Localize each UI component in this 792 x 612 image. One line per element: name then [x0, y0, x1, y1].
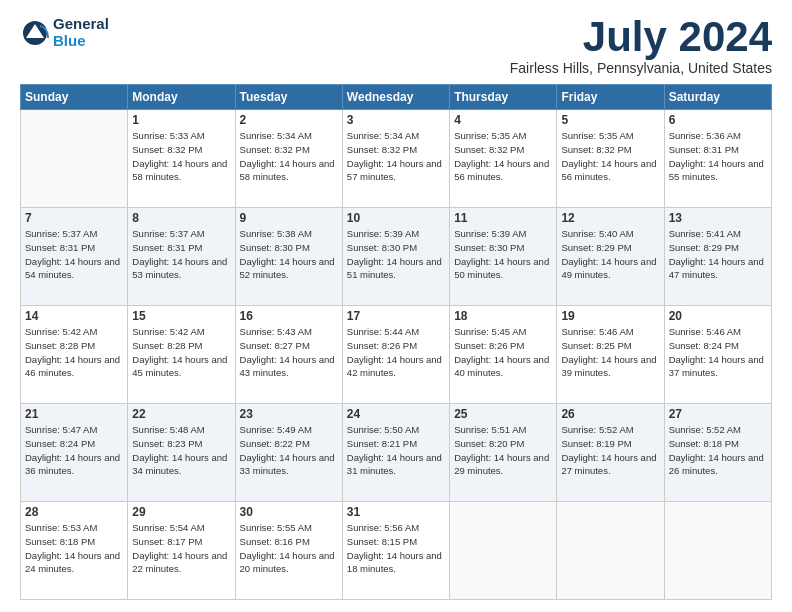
table-row: 2Sunrise: 5:34 AMSunset: 8:32 PMDaylight…	[235, 110, 342, 208]
day-number: 12	[561, 211, 659, 225]
day-info: Sunrise: 5:42 AMSunset: 8:28 PMDaylight:…	[25, 325, 123, 380]
sunset-text: Sunset: 8:28 PM	[25, 340, 95, 351]
sunset-text: Sunset: 8:16 PM	[240, 536, 310, 547]
table-row: 17Sunrise: 5:44 AMSunset: 8:26 PMDayligh…	[342, 306, 449, 404]
sunset-text: Sunset: 8:29 PM	[561, 242, 631, 253]
day-info: Sunrise: 5:56 AMSunset: 8:15 PMDaylight:…	[347, 521, 445, 576]
table-row: 25Sunrise: 5:51 AMSunset: 8:20 PMDayligh…	[450, 404, 557, 502]
sunrise-text: Sunrise: 5:36 AM	[669, 130, 741, 141]
day-info: Sunrise: 5:41 AMSunset: 8:29 PMDaylight:…	[669, 227, 767, 282]
sunrise-text: Sunrise: 5:55 AM	[240, 522, 312, 533]
day-number: 28	[25, 505, 123, 519]
month-title: July 2024	[510, 16, 772, 58]
table-row: 3Sunrise: 5:34 AMSunset: 8:32 PMDaylight…	[342, 110, 449, 208]
sunrise-text: Sunrise: 5:35 AM	[561, 130, 633, 141]
sunrise-text: Sunrise: 5:40 AM	[561, 228, 633, 239]
day-number: 5	[561, 113, 659, 127]
daylight-text: Daylight: 14 hours and 29 minutes.	[454, 452, 549, 477]
sunset-text: Sunset: 8:26 PM	[347, 340, 417, 351]
sunset-text: Sunset: 8:32 PM	[454, 144, 524, 155]
day-info: Sunrise: 5:49 AMSunset: 8:22 PMDaylight:…	[240, 423, 338, 478]
sunrise-text: Sunrise: 5:48 AM	[132, 424, 204, 435]
sunset-text: Sunset: 8:27 PM	[240, 340, 310, 351]
day-number: 2	[240, 113, 338, 127]
sunrise-text: Sunrise: 5:53 AM	[25, 522, 97, 533]
sunset-text: Sunset: 8:23 PM	[132, 438, 202, 449]
day-number: 13	[669, 211, 767, 225]
sunrise-text: Sunrise: 5:45 AM	[454, 326, 526, 337]
sunrise-text: Sunrise: 5:50 AM	[347, 424, 419, 435]
table-row: 21Sunrise: 5:47 AMSunset: 8:24 PMDayligh…	[21, 404, 128, 502]
day-number: 29	[132, 505, 230, 519]
table-row: 1Sunrise: 5:33 AMSunset: 8:32 PMDaylight…	[128, 110, 235, 208]
daylight-text: Daylight: 14 hours and 55 minutes.	[669, 158, 764, 183]
table-row: 14Sunrise: 5:42 AMSunset: 8:28 PMDayligh…	[21, 306, 128, 404]
table-row: 19Sunrise: 5:46 AMSunset: 8:25 PMDayligh…	[557, 306, 664, 404]
daylight-text: Daylight: 14 hours and 18 minutes.	[347, 550, 442, 575]
sunset-text: Sunset: 8:17 PM	[132, 536, 202, 547]
calendar-header-row: Sunday Monday Tuesday Wednesday Thursday…	[21, 85, 772, 110]
sunset-text: Sunset: 8:21 PM	[347, 438, 417, 449]
day-info: Sunrise: 5:48 AMSunset: 8:23 PMDaylight:…	[132, 423, 230, 478]
day-info: Sunrise: 5:43 AMSunset: 8:27 PMDaylight:…	[240, 325, 338, 380]
day-number: 4	[454, 113, 552, 127]
day-info: Sunrise: 5:36 AMSunset: 8:31 PMDaylight:…	[669, 129, 767, 184]
day-number: 17	[347, 309, 445, 323]
day-info: Sunrise: 5:38 AMSunset: 8:30 PMDaylight:…	[240, 227, 338, 282]
sunrise-text: Sunrise: 5:56 AM	[347, 522, 419, 533]
table-row	[557, 502, 664, 600]
table-row: 6Sunrise: 5:36 AMSunset: 8:31 PMDaylight…	[664, 110, 771, 208]
day-number: 24	[347, 407, 445, 421]
daylight-text: Daylight: 14 hours and 34 minutes.	[132, 452, 227, 477]
col-saturday: Saturday	[664, 85, 771, 110]
table-row: 24Sunrise: 5:50 AMSunset: 8:21 PMDayligh…	[342, 404, 449, 502]
table-row: 8Sunrise: 5:37 AMSunset: 8:31 PMDaylight…	[128, 208, 235, 306]
day-number: 6	[669, 113, 767, 127]
sunrise-text: Sunrise: 5:34 AM	[347, 130, 419, 141]
daylight-text: Daylight: 14 hours and 52 minutes.	[240, 256, 335, 281]
daylight-text: Daylight: 14 hours and 53 minutes.	[132, 256, 227, 281]
day-number: 21	[25, 407, 123, 421]
table-row: 11Sunrise: 5:39 AMSunset: 8:30 PMDayligh…	[450, 208, 557, 306]
day-number: 23	[240, 407, 338, 421]
col-thursday: Thursday	[450, 85, 557, 110]
location: Fairless Hills, Pennsylvania, United Sta…	[510, 60, 772, 76]
calendar-week-row: 28Sunrise: 5:53 AMSunset: 8:18 PMDayligh…	[21, 502, 772, 600]
day-number: 18	[454, 309, 552, 323]
daylight-text: Daylight: 14 hours and 51 minutes.	[347, 256, 442, 281]
day-number: 26	[561, 407, 659, 421]
day-number: 7	[25, 211, 123, 225]
day-info: Sunrise: 5:34 AMSunset: 8:32 PMDaylight:…	[240, 129, 338, 184]
col-tuesday: Tuesday	[235, 85, 342, 110]
table-row: 15Sunrise: 5:42 AMSunset: 8:28 PMDayligh…	[128, 306, 235, 404]
sunrise-text: Sunrise: 5:34 AM	[240, 130, 312, 141]
sunrise-text: Sunrise: 5:38 AM	[240, 228, 312, 239]
table-row: 5Sunrise: 5:35 AMSunset: 8:32 PMDaylight…	[557, 110, 664, 208]
sunrise-text: Sunrise: 5:46 AM	[669, 326, 741, 337]
day-info: Sunrise: 5:33 AMSunset: 8:32 PMDaylight:…	[132, 129, 230, 184]
sunset-text: Sunset: 8:31 PM	[669, 144, 739, 155]
day-number: 22	[132, 407, 230, 421]
calendar-week-row: 21Sunrise: 5:47 AMSunset: 8:24 PMDayligh…	[21, 404, 772, 502]
table-row: 26Sunrise: 5:52 AMSunset: 8:19 PMDayligh…	[557, 404, 664, 502]
col-friday: Friday	[557, 85, 664, 110]
table-row: 28Sunrise: 5:53 AMSunset: 8:18 PMDayligh…	[21, 502, 128, 600]
daylight-text: Daylight: 14 hours and 47 minutes.	[669, 256, 764, 281]
sunset-text: Sunset: 8:28 PM	[132, 340, 202, 351]
sunset-text: Sunset: 8:31 PM	[132, 242, 202, 253]
calendar-week-row: 1Sunrise: 5:33 AMSunset: 8:32 PMDaylight…	[21, 110, 772, 208]
table-row	[450, 502, 557, 600]
daylight-text: Daylight: 14 hours and 31 minutes.	[347, 452, 442, 477]
sunrise-text: Sunrise: 5:39 AM	[454, 228, 526, 239]
logo-blue: Blue	[53, 33, 109, 50]
sunset-text: Sunset: 8:32 PM	[561, 144, 631, 155]
day-number: 9	[240, 211, 338, 225]
table-row: 20Sunrise: 5:46 AMSunset: 8:24 PMDayligh…	[664, 306, 771, 404]
sunrise-text: Sunrise: 5:46 AM	[561, 326, 633, 337]
daylight-text: Daylight: 14 hours and 58 minutes.	[240, 158, 335, 183]
daylight-text: Daylight: 14 hours and 43 minutes.	[240, 354, 335, 379]
col-monday: Monday	[128, 85, 235, 110]
daylight-text: Daylight: 14 hours and 40 minutes.	[454, 354, 549, 379]
daylight-text: Daylight: 14 hours and 49 minutes.	[561, 256, 656, 281]
table-row: 7Sunrise: 5:37 AMSunset: 8:31 PMDaylight…	[21, 208, 128, 306]
